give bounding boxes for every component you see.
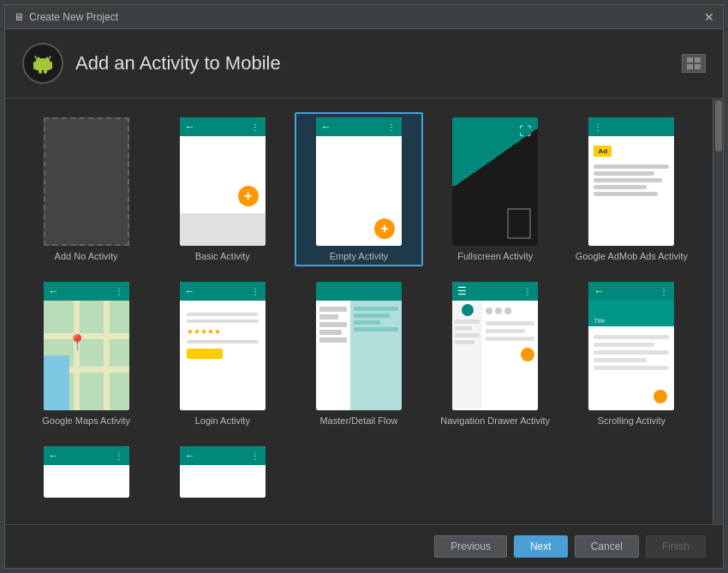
master-detail [350,301,402,410]
nav-item-1 [455,319,480,324]
list-item-2 [319,314,338,319]
nav-phone-bar: ☰ ⋮ [452,282,538,301]
scroll-line-1 [594,335,669,339]
header-title: Add an Activity to Mobile [75,52,281,75]
title-bar-label: Create New Project [29,11,118,23]
menu-dots-icon: ⋮ [251,287,260,296]
list-item-1 [319,307,347,312]
maps-phone-bar: ← ⋮ [44,282,129,301]
maps-activity-label: Google Maps Activity [42,415,130,426]
activity-item-scrolling[interactable]: ← ⋮ Title Scrolling Activi [568,277,695,431]
fullscreen-inner: ⛶ [452,117,538,246]
nav-content-line-1 [486,321,534,325]
svg-rect-7 [695,57,701,63]
map-background: 📍 [44,301,129,410]
detail-item-3 [354,320,380,325]
masterdetail-activity-label: Master/Detail Flow [319,415,397,426]
menu-dots-icon: ⋮ [594,122,603,132]
login-field-1 [187,313,259,316]
tabbed-phone-bar: ← ⋮ [180,446,266,465]
activity-item-empty[interactable]: ← ⋮ + Empty Activity [295,112,422,266]
scroll-fab-icon [653,390,667,403]
list-item-4 [319,330,342,335]
dialog-footer: Previous Next Cancel Finish [5,524,723,568]
no-activity-label: Add No Activity [55,251,118,261]
activity-item-basic[interactable]: ← ⋮ + Basic Activity [158,112,286,266]
scroll-phone-bar: ← ⋮ [588,282,674,301]
list-item-3 [319,322,347,327]
basic-phone-bar: ← ⋮ [180,117,266,136]
layout-toggle-button[interactable] [682,54,706,73]
map-water [44,355,69,410]
ad-line-2 [594,171,653,176]
ad-line-4 [594,185,647,189]
empty-phone-bar: ← ⋮ [316,117,402,136]
menu-dots-icon: ⋮ [387,122,397,132]
nav-dot-2 [495,307,502,314]
tabbed-body [180,465,266,498]
basic-bottom [180,213,266,246]
activity-item-login[interactable]: ← ⋮ ★★★★★ Login Activity [158,277,286,431]
settings-activity-thumbnail: ← ⋮ [44,446,129,498]
login-activity-label: Login Activity [195,415,250,426]
basic-activity-label: Basic Activity [195,251,250,261]
close-button[interactable]: ✕ [704,11,714,23]
activity-item-masterdetail[interactable]: Master/Detail Flow [295,277,422,431]
nav-avatar [462,304,474,316]
menu-dots-icon: ⋮ [523,287,533,296]
nav-dot-row [486,304,534,318]
admob-activity-label: Google AdMob Ads Activity [576,251,688,261]
ad-line-3 [594,178,661,182]
grid-layout-icon [687,57,701,69]
nav-fab [521,348,534,361]
maps-activity-thumbnail: ← ⋮ 📍 [44,282,129,410]
nav-item-2 [455,326,472,331]
scrollbar[interactable] [713,98,723,524]
nav-drawer-panel [452,301,482,410]
scroll-body [588,326,674,410]
scroll-header-text: Title [594,318,605,324]
finish-button[interactable]: Finish [646,535,706,558]
activity-item-tabbed[interactable]: ← ⋮ [158,441,286,503]
back-arrow-icon: ← [49,285,59,297]
nav-content-line-2 [486,329,525,333]
detail-item-4 [354,327,398,331]
maps-body: 📍 [44,301,129,410]
header-actions [682,54,706,73]
empty-activity-label: Empty Activity [330,251,388,261]
activity-item-no-activity[interactable]: Add No Activity [22,112,150,266]
hamburger-icon: ☰ [457,285,467,297]
ad-badge: Ad [594,146,612,157]
activity-item-admob[interactable]: ⋮ Ad Google AdMob Ads Activity [568,112,695,266]
login-field-2 [187,319,259,323]
cancel-button[interactable]: Cancel [575,535,639,558]
activity-item-maps[interactable]: ← ⋮ 📍 [22,277,150,431]
title-bar-left: 🖥 Create New Project [14,11,118,23]
admob-phone-bar: ⋮ [588,117,674,136]
fullscreen-activity-thumbnail: ⛶ [452,117,538,246]
empty-body: + [316,136,402,246]
window-icon: 🖥 [14,11,24,23]
login-field-3 [187,340,259,343]
back-arrow-icon: ← [185,121,195,133]
activity-item-navdrawer[interactable]: ☰ ⋮ [432,277,559,431]
basic-body: + [180,136,266,213]
menu-dots-icon: ⋮ [115,451,124,461]
nav-body [452,301,538,410]
next-button[interactable]: Next [514,535,568,558]
navdrawer-activity-thumbnail: ☰ ⋮ [452,282,538,410]
fullscreen-gradient: ⛶ [452,117,538,186]
masterdetail-activity-thumbnail [316,282,402,410]
activity-item-settings[interactable]: ← ⋮ [22,441,150,503]
menu-dots-icon: ⋮ [251,451,260,461]
admob-activity-thumbnail: ⋮ Ad [588,117,674,246]
master-list [316,301,350,410]
scroll-line-2 [594,343,653,347]
svg-rect-8 [687,64,693,69]
login-stars: ★★★★★ [187,327,259,336]
svg-rect-9 [695,64,701,69]
previous-button[interactable]: Previous [434,535,507,558]
empty-activity-thumbnail: ← ⋮ + [316,117,402,246]
master-body [316,301,402,410]
activity-item-fullscreen[interactable]: ⛶ Fullscreen Activity [432,112,559,266]
